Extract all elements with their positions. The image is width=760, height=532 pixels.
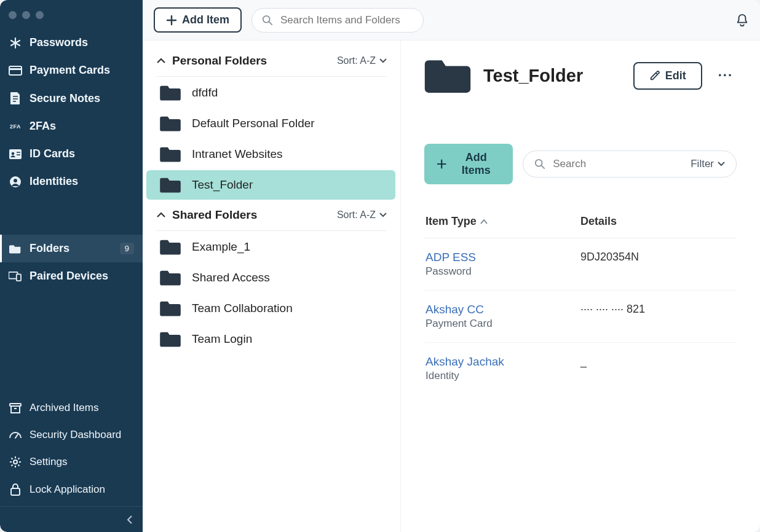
chevron-left-icon bbox=[127, 515, 133, 525]
traffic-light-minimize[interactable] bbox=[22, 11, 30, 19]
folder-row[interactable]: Team Collaboration bbox=[146, 294, 395, 323]
item-subtype: Identity bbox=[426, 370, 580, 382]
sidebar-item-folders[interactable]: Folders 9 bbox=[0, 235, 143, 262]
folder-icon bbox=[160, 84, 181, 101]
section-title: Personal Folders bbox=[172, 54, 331, 68]
person-icon bbox=[9, 176, 22, 188]
folder-icon bbox=[160, 238, 181, 256]
asterisk-icon bbox=[9, 37, 22, 49]
sort-button[interactable]: Sort: A-Z bbox=[337, 55, 387, 66]
folder-icon bbox=[160, 269, 181, 286]
folder-row[interactable]: Team Login bbox=[146, 324, 395, 354]
filter-button[interactable]: Filter bbox=[691, 158, 725, 170]
sidebar-item-settings[interactable]: Settings bbox=[0, 448, 143, 475]
sidebar: PasswordsPayment CardsSecure Notes2FA2FA… bbox=[0, 0, 143, 532]
folder-detail-panel: Test_Folder Edit ··· Add Items bbox=[401, 41, 760, 532]
sidebar-item-secure-notes[interactable]: Secure Notes bbox=[0, 84, 143, 112]
sidebar-item-label: Secure Notes bbox=[30, 92, 100, 105]
sidebar-item-identities[interactable]: Identities bbox=[0, 168, 143, 195]
svg-rect-11 bbox=[11, 488, 20, 495]
item-name[interactable]: ADP ESS bbox=[426, 251, 580, 264]
folder-name: Example_1 bbox=[192, 240, 250, 254]
chevron-down-icon bbox=[718, 162, 725, 166]
sidebar-item-security[interactable]: Security Dashboard bbox=[0, 421, 143, 448]
folder-icon bbox=[160, 115, 181, 132]
add-item-label: Add Item bbox=[182, 14, 229, 26]
sidebar-item-archived[interactable]: Archived Items bbox=[0, 394, 143, 421]
chevron-up-icon bbox=[156, 211, 166, 219]
search-icon bbox=[534, 158, 545, 170]
folder-icon bbox=[160, 300, 181, 317]
global-search-input[interactable] bbox=[279, 14, 413, 27]
folder-row[interactable]: Shared Access bbox=[146, 263, 395, 292]
plus-icon bbox=[166, 15, 177, 26]
sidebar-item-passwords[interactable]: Passwords bbox=[0, 29, 143, 57]
folder-search-input[interactable] bbox=[552, 157, 684, 171]
folder-search[interactable]: Filter bbox=[523, 151, 737, 178]
chevron-down-icon bbox=[379, 58, 387, 63]
sidebar-item-label: Folders bbox=[30, 242, 69, 255]
folders-count-badge: 9 bbox=[120, 243, 134, 254]
traffic-light-zoom[interactable] bbox=[36, 11, 44, 19]
sidebar-item-label: 2FAs bbox=[30, 120, 56, 133]
folder-icon bbox=[424, 57, 471, 95]
sidebar-item-id-cards[interactable]: ID Cards bbox=[0, 140, 143, 168]
table-header: Item Type Details bbox=[424, 209, 737, 238]
column-details[interactable]: Details bbox=[580, 215, 735, 228]
chevron-down-icon bbox=[379, 213, 387, 217]
item-row[interactable]: Akshay CCPayment Card···· ···· ···· 821 bbox=[424, 291, 737, 343]
item-subtype: Password bbox=[426, 265, 580, 278]
item-details-cell: 9DJ20354N bbox=[580, 251, 735, 278]
id-icon bbox=[9, 149, 22, 160]
sort-button[interactable]: Sort: A-Z bbox=[337, 209, 387, 221]
search-icon bbox=[262, 15, 273, 26]
sidebar-item-label: Payment Cards bbox=[30, 64, 110, 77]
svg-rect-9 bbox=[11, 406, 20, 413]
section-header-personal[interactable]: Personal FoldersSort: A-Z bbox=[143, 47, 400, 74]
folder-row[interactable]: Intranet Websites bbox=[146, 139, 395, 169]
item-name[interactable]: Akshay Jachak bbox=[426, 355, 580, 369]
sidebar-item-payment-cards[interactable]: Payment Cards bbox=[0, 57, 143, 84]
item-row[interactable]: ADP ESSPassword9DJ20354N bbox=[424, 238, 737, 291]
svg-point-3 bbox=[12, 152, 15, 155]
gear-icon bbox=[9, 456, 22, 468]
2fa-text-icon: 2FA bbox=[9, 123, 22, 130]
sidebar-item-label: Paired Devices bbox=[30, 270, 108, 283]
more-actions-button[interactable]: ··· bbox=[714, 65, 737, 86]
svg-rect-2 bbox=[9, 149, 22, 159]
global-search[interactable] bbox=[251, 8, 424, 33]
svg-rect-1 bbox=[9, 68, 22, 70]
sidebar-collapse-button[interactable] bbox=[0, 506, 143, 532]
folder-icon bbox=[160, 176, 181, 194]
folder-name: Team Login bbox=[192, 332, 252, 346]
sidebar-item-2fas[interactable]: 2FA2FAs bbox=[0, 112, 143, 140]
svg-point-5 bbox=[14, 179, 17, 182]
folder-title: Test_Folder bbox=[483, 66, 621, 86]
folder-icon bbox=[160, 331, 181, 348]
add-item-button[interactable]: Add Item bbox=[154, 7, 242, 33]
main-area: Add Item Personal FoldersSort: A-Z dfdfd… bbox=[143, 0, 760, 532]
edit-button[interactable]: Edit bbox=[633, 62, 702, 90]
column-item-type[interactable]: Item Type bbox=[426, 215, 580, 228]
folder-name: dfdfd bbox=[192, 86, 218, 100]
folder-row[interactable]: Test_Folder bbox=[146, 170, 395, 200]
svg-rect-7 bbox=[17, 274, 21, 281]
sidebar-item-paired-devices[interactable]: Paired Devices bbox=[0, 262, 143, 290]
folder-row[interactable]: dfdfd bbox=[146, 78, 395, 108]
sidebar-item-label: Identities bbox=[30, 175, 78, 188]
gauge-icon bbox=[9, 429, 22, 440]
sidebar-item-label: Archived Items bbox=[30, 402, 98, 414]
notifications-button[interactable] bbox=[735, 13, 749, 28]
folder-name: Test_Folder bbox=[192, 178, 253, 192]
folder-row[interactable]: Default Personal Folder bbox=[146, 109, 395, 138]
chevron-up-icon bbox=[156, 57, 166, 65]
item-name[interactable]: Akshay CC bbox=[426, 303, 580, 316]
folder-row[interactable]: Example_1 bbox=[146, 232, 395, 262]
add-items-button[interactable]: Add Items bbox=[424, 144, 513, 184]
traffic-light-close[interactable] bbox=[9, 11, 17, 19]
sort-asc-icon bbox=[480, 219, 488, 225]
item-row[interactable]: Akshay JachakIdentity_ bbox=[424, 343, 737, 394]
folder-name: Default Personal Folder bbox=[192, 117, 315, 130]
sidebar-item-lock[interactable]: Lock Application bbox=[0, 475, 143, 504]
section-header-shared[interactable]: Shared FoldersSort: A-Z bbox=[143, 201, 400, 228]
